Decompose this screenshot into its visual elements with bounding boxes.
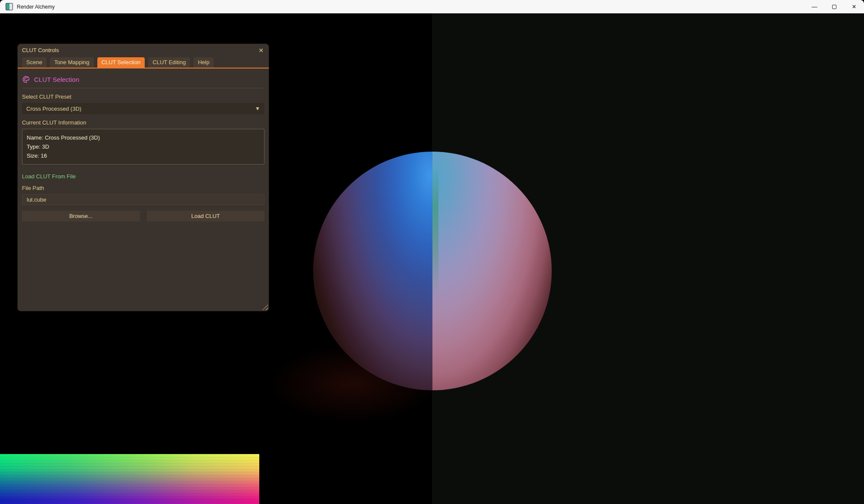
- clut-strip-banding: [0, 454, 259, 504]
- tab-tone-mapping[interactable]: Tone Mapping: [50, 57, 94, 68]
- render-viewport[interactable]: CLUT Controls ✕ Scene Tone Mapping CLUT …: [0, 13, 864, 504]
- tab-clut-selection[interactable]: CLUT Selection: [97, 57, 145, 68]
- maximize-icon: [832, 5, 836, 9]
- maximize-button[interactable]: [824, 0, 844, 13]
- app-icon: [6, 3, 13, 10]
- resize-grip-icon[interactable]: [262, 304, 268, 310]
- panel-header[interactable]: CLUT Controls ✕: [18, 44, 269, 56]
- preset-dropdown[interactable]: Cross Processed (3D) ▼: [22, 103, 264, 114]
- minimize-icon: —: [812, 3, 817, 10]
- file-path-label: File Path: [22, 185, 264, 191]
- preview-sphere: [313, 152, 552, 390]
- section-title: CLUT Selection: [34, 76, 79, 83]
- close-icon: ✕: [852, 3, 857, 10]
- file-buttons-row: Browse... Load CLUT: [22, 211, 264, 221]
- tab-help[interactable]: Help: [193, 57, 214, 68]
- load-clut-section-title: Load CLUT From File: [22, 173, 264, 180]
- tab-scene[interactable]: Scene: [22, 57, 47, 68]
- tab-clut-editing[interactable]: CLUT Editing: [148, 57, 190, 68]
- preset-label: Select CLUT Preset: [22, 93, 264, 100]
- preset-dropdown-value: Cross Processed (3D): [26, 106, 81, 112]
- sphere-split-tint: [432, 166, 438, 299]
- clut-controls-panel: CLUT Controls ✕ Scene Tone Mapping CLUT …: [17, 44, 269, 311]
- panel-title: CLUT Controls: [22, 47, 59, 53]
- window-controls: — ✕: [805, 0, 864, 13]
- info-line-name: Name: Cross Processed (3D): [27, 133, 260, 142]
- minimize-button[interactable]: —: [805, 0, 824, 13]
- app-window: Render Alchemy — ✕: [0, 0, 864, 504]
- info-label: Current CLUT Information: [22, 119, 264, 126]
- info-line-type: Type: 3D: [27, 142, 260, 151]
- clut-info-box: Name: Cross Processed (3D) Type: 3D Size…: [22, 129, 264, 165]
- section-heading: CLUT Selection: [22, 75, 264, 88]
- load-clut-button[interactable]: Load CLUT: [147, 211, 265, 221]
- panel-tabbar: Scene Tone Mapping CLUT Selection CLUT E…: [18, 56, 269, 68]
- chevron-down-icon: ▼: [255, 106, 260, 112]
- panel-close-button[interactable]: ✕: [258, 47, 264, 53]
- panel-close-icon: ✕: [258, 47, 264, 54]
- palette-icon: [22, 75, 30, 84]
- os-titlebar[interactable]: Render Alchemy — ✕: [0, 0, 864, 13]
- file-path-input[interactable]: [22, 194, 264, 205]
- window-title: Render Alchemy: [17, 4, 55, 10]
- browse-button[interactable]: Browse...: [22, 211, 140, 221]
- panel-content: CLUT Selection Select CLUT Preset Cross …: [18, 68, 269, 221]
- close-button[interactable]: ✕: [844, 0, 864, 13]
- clut-preview-strip: [0, 454, 259, 504]
- info-line-size: Size: 16: [27, 151, 260, 160]
